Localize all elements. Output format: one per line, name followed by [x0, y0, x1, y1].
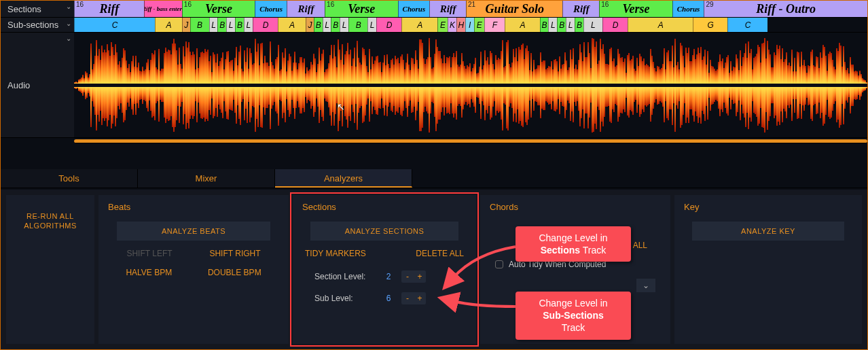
subsection-block[interactable]: L	[209, 18, 218, 32]
subsection-block[interactable]: F	[484, 18, 505, 32]
analyzers-panel-area: RE-RUN ALL ALGORITHMS Beats ANALYZE BEAT…	[1, 190, 867, 349]
subsection-block[interactable]: L	[226, 18, 235, 32]
sub-level-row: Sub Level: 6 - +	[302, 292, 467, 304]
section-block[interactable]: Riff - Outro29	[704, 1, 867, 17]
tab-mixer[interactable]: Mixer	[138, 169, 275, 188]
label: Sub-sections	[7, 20, 58, 30]
subsection-block[interactable]: A	[628, 18, 693, 32]
track-label-sections[interactable]: Sections ⌄	[1, 1, 74, 18]
tab-analyzers[interactable]: Analyzers	[275, 169, 412, 188]
section-level-minus-button[interactable]: -	[401, 270, 414, 283]
subsection-block[interactable]: B	[557, 18, 566, 32]
analyze-beats-button[interactable]: ANALYZE BEATS	[117, 222, 271, 241]
panel-title: Key	[684, 202, 852, 212]
subsection-block[interactable]: L	[548, 18, 557, 32]
subsection-block[interactable]: B	[314, 18, 323, 32]
section-block[interactable]: Riff - bass enters	[144, 1, 182, 17]
section-level-row: Section Level: 2 - +	[302, 270, 467, 283]
subsection-block[interactable]: I	[465, 18, 474, 32]
subsection-block[interactable]: D	[376, 18, 401, 32]
subsection-block[interactable]: B	[235, 18, 244, 32]
subsection-block[interactable]: J	[306, 18, 314, 32]
section-level-plus-button[interactable]: +	[414, 270, 426, 283]
double-bpm-button[interactable]: DOUBLE BPM	[208, 268, 261, 277]
sub-level-minus-button[interactable]: -	[401, 292, 414, 304]
section-block[interactable]: Verse16	[599, 1, 672, 17]
subsection-block[interactable]: L	[566, 18, 575, 32]
label: Audio	[7, 80, 30, 90]
panel-title: Beats	[108, 202, 279, 212]
subsection-block[interactable]: L	[340, 18, 348, 32]
track-label-subsections[interactable]: Sub-sections ⌄	[1, 18, 74, 33]
label: Sections	[7, 4, 41, 14]
subsection-block[interactable]: A	[155, 18, 182, 32]
section-level-label: Section Level:	[314, 272, 376, 281]
subsection-block[interactable]: D	[253, 18, 278, 32]
section-number: 29	[706, 1, 713, 8]
section-block[interactable]: Riff	[429, 1, 466, 17]
chevron-down-icon[interactable]: ⌄	[66, 35, 71, 42]
shift-right-button[interactable]: SHIFT RIGHT	[209, 249, 260, 258]
bottom-tab-bar: Tools Mixer Analyzers	[1, 169, 867, 188]
subsection-block[interactable]: G	[693, 18, 727, 32]
subsection-block[interactable]: B	[540, 18, 549, 32]
chevron-down-icon[interactable]: ⌄	[66, 20, 71, 27]
key-panel: Key ANALYZE KEY	[674, 195, 862, 344]
section-block[interactable]: Chorus	[398, 1, 430, 17]
section-block[interactable]: Verse16	[182, 1, 255, 17]
tidy-markers-button[interactable]: TIDY MARKERS	[305, 249, 366, 258]
spacer	[1, 138, 74, 143]
subsection-block[interactable]: J	[182, 18, 190, 32]
subsection-block[interactable]: A	[505, 18, 539, 32]
subsection-block[interactable]: B	[190, 18, 209, 32]
sections-lane[interactable]: Riff16Riff - bass entersVerse16ChorusRif…	[74, 1, 867, 18]
section-level-stepper: - +	[401, 270, 426, 283]
subsection-block[interactable]: C	[74, 18, 155, 32]
rerun-all-button[interactable]: RE-RUN ALL ALGORITHMS	[16, 207, 85, 235]
section-block[interactable]: Riff	[562, 1, 599, 17]
shift-left-button[interactable]: SHIFT LEFT	[126, 249, 172, 258]
subsection-block[interactable]: L	[367, 18, 376, 32]
halve-bpm-button[interactable]: HALVE BPM	[126, 268, 172, 277]
subsection-block[interactable]: L	[244, 18, 253, 32]
subsection-block[interactable]: A	[401, 18, 437, 32]
subsection-block[interactable]: B	[331, 18, 340, 32]
subsection-block[interactable]: B	[217, 18, 226, 32]
chords-delete-all-button[interactable]: ALL	[633, 241, 647, 250]
rerun-panel: RE-RUN ALL ALGORITHMS	[6, 195, 94, 344]
section-block[interactable]: Chorus	[672, 1, 704, 17]
panel-title: Chords	[490, 202, 661, 212]
horizontal-scrollbar[interactable]	[74, 139, 867, 143]
annotation-arrow-icon	[448, 240, 516, 290]
section-number: 16	[184, 1, 192, 8]
chevron-down-icon[interactable]: ⌄	[66, 3, 71, 10]
subsection-block[interactable]: K	[448, 18, 456, 32]
sub-level-plus-button[interactable]: +	[414, 292, 426, 304]
section-block[interactable]: Riff	[287, 1, 325, 17]
subsection-block[interactable]: E	[474, 18, 484, 32]
subsection-block[interactable]: H	[456, 18, 465, 32]
subsections-lane[interactable]: CAJBLBLBLDAJBLBLBLDAEKHIEFABLBLBLDAGC	[74, 18, 867, 33]
tab-tools[interactable]: Tools	[1, 169, 138, 188]
subsection-block[interactable]: D	[602, 18, 628, 32]
section-block[interactable]: Riff16	[74, 1, 144, 17]
audio-waveform[interactable]	[74, 33, 867, 138]
panel-title: Sections	[302, 202, 467, 212]
subsection-block[interactable]: C	[727, 18, 767, 32]
section-block[interactable]: Guitar Solo21	[466, 1, 562, 17]
subsection-block[interactable]: L	[583, 18, 602, 32]
section-block[interactable]: Verse16	[325, 1, 397, 17]
chevron-down-icon: ⌄	[643, 281, 649, 290]
subsection-block[interactable]: E	[437, 18, 448, 32]
track-label-audio[interactable]: Audio ⌄	[1, 33, 74, 138]
analyze-sections-button[interactable]: ANALYZE SECTIONS	[310, 222, 458, 241]
analyze-key-button[interactable]: ANALYZE KEY	[692, 222, 844, 241]
subsection-block[interactable]: B	[348, 18, 367, 32]
beats-panel: Beats ANALYZE BEATS SHIFT LEFT SHIFT RIG…	[98, 195, 289, 344]
section-block[interactable]: Chorus	[255, 1, 287, 17]
subsection-block[interactable]: B	[575, 18, 583, 32]
section-number: 16	[76, 1, 84, 8]
subsection-block[interactable]: A	[278, 18, 306, 32]
subsection-block[interactable]: L	[323, 18, 331, 32]
chords-select-dropdown[interactable]: ⌄	[636, 279, 655, 292]
